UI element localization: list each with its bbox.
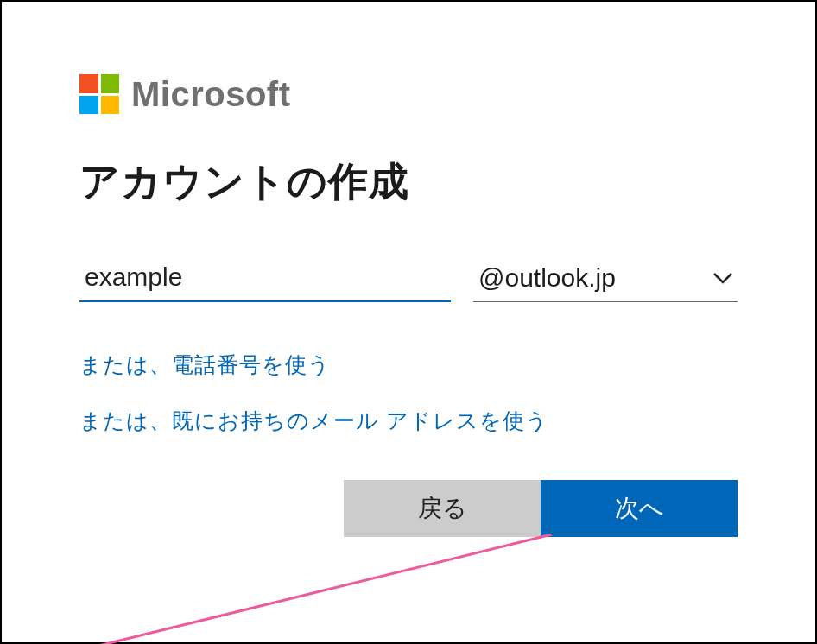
domain-selected-label: @outlook.jp bbox=[478, 263, 616, 293]
use-existing-email-link[interactable]: または、既にお持ちのメール アドレスを使う bbox=[79, 407, 548, 435]
email-input-row: @outlook.jp bbox=[79, 259, 738, 302]
microsoft-logo-icon bbox=[79, 74, 119, 114]
back-button[interactable]: 戻る bbox=[344, 480, 541, 537]
email-domain-select[interactable]: @outlook.jp bbox=[473, 260, 738, 302]
action-buttons: 戻る 次へ bbox=[344, 480, 738, 537]
use-phone-link[interactable]: または、電話番号を使う bbox=[79, 350, 331, 379]
brand-name: Microsoft bbox=[131, 75, 291, 114]
next-button[interactable]: 次へ bbox=[541, 480, 738, 537]
brand-row: Microsoft bbox=[79, 74, 738, 114]
page-title: アカウントの作成 bbox=[79, 155, 738, 209]
svg-line-0 bbox=[98, 534, 552, 644]
chevron-down-icon bbox=[713, 272, 732, 284]
create-account-dialog: Microsoft アカウントの作成 @outlook.jp または、電話番号を… bbox=[0, 0, 817, 644]
new-email-input[interactable] bbox=[79, 259, 451, 302]
